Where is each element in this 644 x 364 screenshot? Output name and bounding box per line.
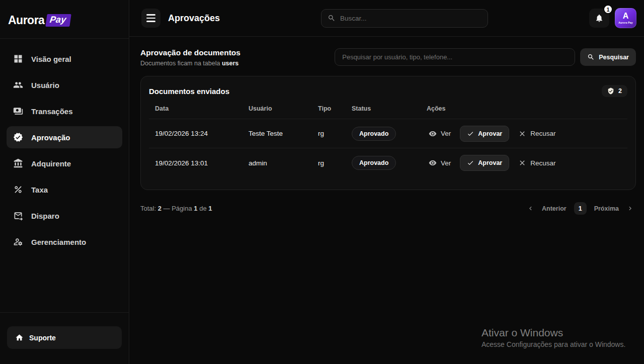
search-button-label: Pesquisar <box>599 54 629 61</box>
avatar-letter: A <box>623 12 629 20</box>
sidebar-item-label: Visão geral <box>31 55 71 63</box>
sidebar-item-label: Aprovação <box>31 133 70 142</box>
card-header: Documentos enviados 2 <box>149 85 627 97</box>
total-summary: Total: 2 — Página 1 de 1 <box>140 205 212 212</box>
pagination: Anterior 1 Próxima <box>527 202 634 215</box>
chevron-left-icon <box>527 205 534 212</box>
users-icon <box>13 79 24 90</box>
global-search-input[interactable] <box>340 15 481 22</box>
view-button[interactable]: Ver <box>427 156 453 170</box>
home-icon <box>15 333 24 342</box>
brand-name: Aurora <box>8 14 44 27</box>
cell-type: rg <box>312 159 346 167</box>
topbar: Aprovações 1 A Aurora Pay <box>129 0 644 37</box>
grid-icon <box>13 53 24 64</box>
global-search[interactable] <box>321 9 488 28</box>
view-label: Ver <box>441 159 451 167</box>
document-count-value: 2 <box>618 87 622 95</box>
avatar[interactable]: A Aurora Pay <box>615 8 636 28</box>
column-header-data: Data <box>149 105 243 112</box>
sidebar-item-transacoes[interactable]: Transações <box>7 100 122 122</box>
search-icon <box>587 53 595 61</box>
bell-icon <box>595 14 604 23</box>
page-subtitle: Documentos ficam na tabela users <box>140 60 240 67</box>
reject-button[interactable]: Recusar <box>516 127 557 141</box>
column-header-status: Status <box>346 105 421 112</box>
sidebar-item-label: Transações <box>31 107 73 116</box>
app-window: Aurora Pay Visão geral Usuário Transaçõe… <box>0 0 644 364</box>
x-icon <box>518 159 526 167</box>
card-title: Documentos enviados <box>149 87 229 96</box>
hamburger-menu-button[interactable] <box>141 9 160 28</box>
main-area: Aprovações 1 A Aurora Pay Aprovação d <box>129 0 644 364</box>
document-count-badge: 2 <box>602 85 627 97</box>
reject-label: Recusar <box>530 159 555 167</box>
user-gear-icon <box>13 236 24 247</box>
sidebar-item-label: Disparo <box>31 212 59 220</box>
sidebar-item-aprovacao[interactable]: Aprovação <box>7 126 122 148</box>
search-button[interactable]: Pesquisar <box>580 48 636 66</box>
total-value: 2 <box>158 205 162 212</box>
sidebar-item-adquirente[interactable]: Adquirente <box>7 152 122 174</box>
support-label: Suporte <box>29 334 56 342</box>
brand-logo: Aurora Pay <box>8 14 121 27</box>
cell-date: 19/02/2026 13:24 <box>149 130 243 137</box>
page-subtitle-prefix: Documentos ficam na tabela <box>140 60 220 67</box>
cell-user: admin <box>243 159 312 167</box>
sidebar-item-label: Usuário <box>31 81 59 89</box>
prev-page-chevron-button[interactable] <box>527 205 534 212</box>
sidebar-item-label: Taxa <box>31 186 48 194</box>
cell-status: Aprovado <box>346 156 421 170</box>
prev-page-button[interactable]: Anterior <box>542 205 567 212</box>
page-word: Página <box>172 205 192 212</box>
cell-actions: Ver Aprovar Recusar <box>421 155 627 171</box>
status-badge: Aprovado <box>352 156 396 170</box>
badge-check-icon <box>13 132 24 143</box>
view-button[interactable]: Ver <box>427 127 453 141</box>
bank-icon <box>13 158 24 169</box>
total-pages: 1 <box>208 205 212 212</box>
page-header-text: Aprovação de documentos Documentos ficam… <box>140 48 240 67</box>
approve-button[interactable]: Aprovar <box>460 126 509 142</box>
page-title: Aprovação de documentos <box>140 48 240 57</box>
list-footer: Total: 2 — Página 1 de 1 Anterior 1 Próx… <box>140 202 636 215</box>
check-icon <box>467 130 474 137</box>
cell-type: rg <box>312 130 346 137</box>
sidebar-item-usuario[interactable]: Usuário <box>7 74 122 96</box>
sidebar-item-visao-geral[interactable]: Visão geral <box>7 48 122 70</box>
notification-count-badge: 1 <box>603 5 613 14</box>
logo-section: Aurora Pay <box>0 0 129 39</box>
page-header: Aprovação de documentos Documentos ficam… <box>140 48 636 67</box>
support-button[interactable]: Suporte <box>7 326 122 349</box>
table-row: 19/02/2026 13:01 admin rg Aprovado Ver A… <box>149 148 627 177</box>
sidebar-item-disparo[interactable]: Disparo <box>7 205 122 227</box>
avatar-brand-text: Aurora Pay <box>618 21 633 24</box>
documents-card: Documentos enviados 2 Data Usuário Tipo … <box>140 76 636 190</box>
send-mail-icon <box>13 210 24 221</box>
column-header-tipo: Tipo <box>312 105 346 112</box>
notifications-button[interactable]: 1 <box>589 9 609 28</box>
status-badge: Aprovado <box>352 127 396 141</box>
x-icon <box>518 130 526 138</box>
page-number: 1 <box>194 205 197 212</box>
current-page-button[interactable]: 1 <box>574 202 587 215</box>
reject-button[interactable]: Recusar <box>516 156 557 170</box>
sidebar-item-gerenciamento[interactable]: Gerenciamento <box>7 231 122 253</box>
cell-user: Teste Teste <box>243 130 312 137</box>
of-word: de <box>199 205 206 212</box>
banknote-icon <box>13 106 24 117</box>
next-page-button[interactable]: Próxima <box>594 205 619 212</box>
search-icon <box>328 14 336 22</box>
eye-icon <box>429 159 437 167</box>
sidebar-item-label: Gerenciamento <box>31 238 86 246</box>
next-page-chevron-button[interactable] <box>626 205 634 212</box>
cell-actions: Ver Aprovar Recusar <box>421 126 627 142</box>
document-search-input[interactable] <box>335 48 575 66</box>
sidebar: Aurora Pay Visão geral Usuário Transaçõe… <box>0 0 129 364</box>
approve-button[interactable]: Aprovar <box>460 155 509 171</box>
total-prefix: Total: <box>140 205 156 212</box>
percent-icon <box>13 184 24 195</box>
reject-label: Recusar <box>530 130 555 137</box>
sidebar-item-taxa[interactable]: Taxa <box>7 178 122 201</box>
sidebar-nav: Visão geral Usuário Transações Aprovação… <box>0 39 129 253</box>
